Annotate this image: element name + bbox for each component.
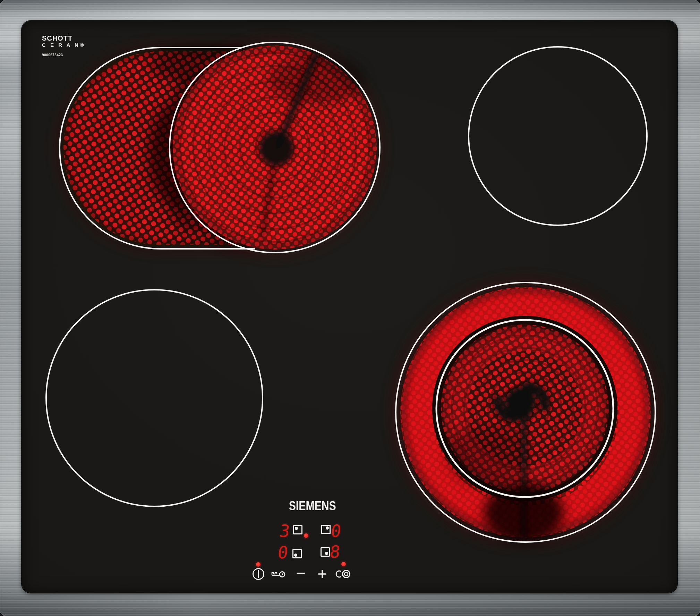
plus-icon xyxy=(317,569,327,579)
heat-level-front-left: 0 xyxy=(277,544,289,561)
rear-left-hot-led xyxy=(304,533,308,538)
zone-indicator-front-right xyxy=(321,547,330,557)
increase-button[interactable] xyxy=(317,569,327,579)
heat-level-rear-right: 0 xyxy=(330,523,342,540)
zone-dot xyxy=(325,552,328,555)
minus-icon xyxy=(297,572,305,574)
burner-front-left xyxy=(46,290,263,506)
power-led xyxy=(256,562,261,567)
heat-level-rear-left: 3 xyxy=(279,523,291,540)
schott-logo-text: SCHOTT xyxy=(42,35,85,42)
dual-zone-icon xyxy=(334,569,351,579)
ceramic-glass-surface xyxy=(22,21,677,593)
zone-indicator-rear-right xyxy=(321,525,331,534)
burner-rear-left xyxy=(60,42,380,253)
zone-dot xyxy=(295,527,298,530)
zone-dot xyxy=(294,554,297,557)
zone-dot xyxy=(326,526,329,530)
dual-zone-button[interactable] xyxy=(334,569,351,579)
heat-level-front-right: 8 xyxy=(329,543,341,560)
siemens-logo: SIEMENS xyxy=(289,499,335,513)
zone-indicator-front-left xyxy=(292,549,302,558)
power-icon xyxy=(252,567,265,581)
ceran-logo-text: C E R A N® xyxy=(42,42,85,48)
dual-zone-led xyxy=(341,562,346,566)
burner-front-right xyxy=(396,282,655,542)
child-lock-button[interactable] xyxy=(271,569,286,579)
schott-ceran-logo: SCHOTT C E R A N® 9000675423 xyxy=(42,35,85,57)
zone-indicator-rear-left xyxy=(293,525,302,534)
key-icon xyxy=(271,569,286,579)
model-number: 9000675423 xyxy=(42,53,85,57)
power-button[interactable] xyxy=(252,567,265,581)
burner-rear-right xyxy=(469,47,647,225)
cooktop: SCHOTT C E R A N® 9000675423 SIEMENS 3 0… xyxy=(0,0,700,616)
burner-graphics xyxy=(22,21,677,593)
decrease-button[interactable] xyxy=(297,572,305,574)
